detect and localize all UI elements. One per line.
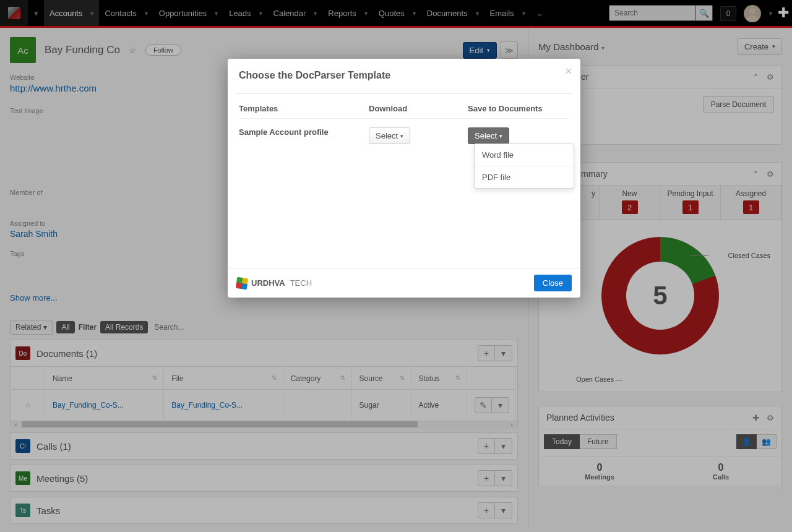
close-icon: × xyxy=(565,65,572,77)
dropdown-item-word[interactable]: Word file xyxy=(475,144,574,166)
save-format-dropdown: Word file PDF file xyxy=(474,144,574,189)
modal-title: Choose the DocParser Template xyxy=(239,70,569,81)
caret-down-icon: ▾ xyxy=(499,133,502,139)
modal-close-x[interactable]: × xyxy=(565,65,572,78)
modal-close-button[interactable]: Close xyxy=(534,275,572,291)
modal-col-templates: Templates xyxy=(239,104,369,113)
dropdown-item-pdf[interactable]: PDF file xyxy=(475,166,574,188)
save-select-button[interactable]: Select▾ xyxy=(468,127,509,144)
modal-col-save: Save to Documents xyxy=(468,104,569,113)
vendor-logo-icon xyxy=(236,277,248,289)
modal-col-download: Download xyxy=(369,104,468,113)
vendor-brand: URDHVATECH xyxy=(236,278,312,289)
download-select-button[interactable]: Select▾ xyxy=(369,127,410,144)
caret-down-icon: ▾ xyxy=(400,133,403,139)
template-name: Sample Account profile xyxy=(239,127,369,137)
